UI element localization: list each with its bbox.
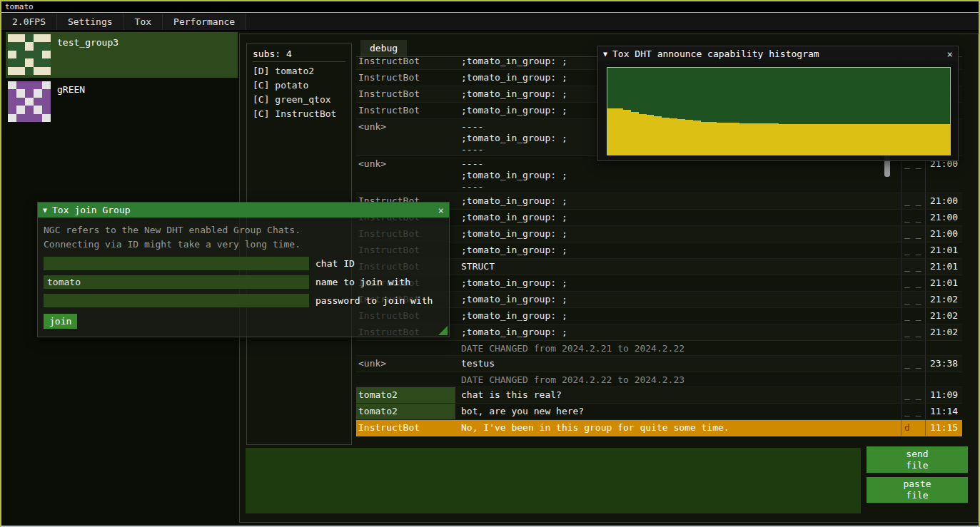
message-sender: InstructBot bbox=[356, 420, 455, 436]
message-sender bbox=[356, 372, 455, 387]
histogram-bar bbox=[872, 124, 880, 155]
histogram-bar bbox=[670, 118, 677, 155]
join-input-name-to-join-with[interactable] bbox=[44, 275, 309, 289]
date-separator-text: DATE CHANGED from 2024.2.22 to 2024.2.23 bbox=[455, 372, 901, 387]
tab-debug[interactable]: debug bbox=[360, 40, 407, 56]
message-sender: <unk> bbox=[356, 119, 455, 155]
message-text: ;tomato_in_group: ; bbox=[455, 275, 901, 291]
join-info: NGC refers to the New DHT enabled Group … bbox=[44, 223, 443, 252]
histogram-bar bbox=[919, 124, 926, 155]
message-text: bot, are you new here? bbox=[455, 404, 901, 419]
date-separator-row: DATE CHANGED from 2024.2.21 to 2024.2.22 bbox=[356, 341, 962, 356]
histogram-bar bbox=[693, 121, 701, 155]
message-input[interactable] bbox=[246, 448, 861, 513]
send-file-button[interactable]: send file bbox=[867, 446, 968, 473]
close-icon[interactable]: × bbox=[438, 205, 444, 216]
histogram-bar bbox=[739, 123, 747, 155]
message-status: _ _ bbox=[901, 226, 925, 242]
message-time: 21:02 bbox=[925, 324, 962, 340]
menu-item-settings[interactable]: Settings bbox=[57, 14, 124, 30]
histogram-bar bbox=[849, 124, 857, 155]
histogram-bar bbox=[864, 124, 872, 155]
message-status: _ _ bbox=[901, 259, 925, 275]
message-time: 11:14 bbox=[925, 404, 962, 419]
join-input-password-to-join-with[interactable] bbox=[44, 294, 309, 307]
group-item-gREEN[interactable]: gREEN bbox=[6, 79, 238, 125]
histogram-bar bbox=[701, 122, 709, 155]
join-group-titlebar[interactable]: ▼ Tox join Group × bbox=[38, 203, 449, 218]
subs-member[interactable]: [C] potato bbox=[253, 78, 345, 93]
histogram-bar bbox=[880, 124, 888, 155]
resize-grip[interactable] bbox=[438, 326, 448, 335]
histogram-bar bbox=[724, 123, 732, 155]
message-status: _ _ bbox=[901, 156, 925, 193]
message-sender: <unk> bbox=[356, 356, 455, 372]
message-text: ;tomato_in_group: ; bbox=[455, 210, 901, 225]
subs-member[interactable]: [C] green_qtox bbox=[253, 93, 345, 107]
histogram-bar bbox=[903, 124, 911, 155]
message-status: _ _ bbox=[901, 308, 925, 324]
message-row: InstructBotNo, I've been in this group f… bbox=[356, 420, 962, 436]
join-field-label: chat ID bbox=[315, 258, 355, 270]
histogram-bar bbox=[942, 124, 950, 155]
histogram-bar bbox=[817, 124, 825, 155]
message-text: ;tomato_in_group: ; bbox=[455, 242, 901, 258]
join-info-line: Connecting via ID might take a very long… bbox=[44, 237, 443, 252]
histogram-bar bbox=[841, 124, 849, 155]
message-sender: InstructBot bbox=[356, 58, 455, 69]
subs-member[interactable]: [D] tomato2 bbox=[253, 64, 345, 78]
message-row: tomato2bot, are you new here?_ _11:14 bbox=[356, 404, 962, 420]
subs-member[interactable]: [C] InstructBot bbox=[253, 107, 345, 121]
histogram-bar bbox=[888, 124, 896, 155]
message-row: <unk>---- ;tomato_in_group: ; ----_ _21:… bbox=[356, 156, 962, 193]
histogram-bar bbox=[926, 124, 934, 155]
message-text: STRUCT bbox=[455, 259, 901, 275]
menu-item-performance[interactable]: Performance bbox=[163, 14, 246, 30]
paste-file-button[interactable]: paste file bbox=[867, 477, 968, 503]
menu-item-tox[interactable]: Tox bbox=[124, 14, 163, 30]
message-status: _ _ bbox=[901, 242, 925, 258]
message-sender: InstructBot bbox=[356, 86, 455, 102]
message-sender: InstructBot bbox=[356, 103, 455, 118]
histogram-bar bbox=[662, 118, 670, 155]
join-fields: chat IDname to join withpassword to join… bbox=[44, 257, 443, 307]
message-status: _ _ bbox=[901, 356, 925, 372]
join-input-chat-ID[interactable] bbox=[44, 257, 309, 270]
group-item-test_group3[interactable]: test_group3 bbox=[6, 32, 238, 78]
collapse-arrow-icon[interactable]: ▼ bbox=[603, 48, 607, 60]
histogram-bar bbox=[896, 124, 904, 155]
histogram-bar bbox=[623, 110, 631, 155]
histogram-window-title: Tox DHT announce capability histogram bbox=[612, 48, 942, 60]
join-group-window: ▼ Tox join Group × NGC refers to the New… bbox=[37, 202, 450, 337]
message-text: No, I've been in this group for quite so… bbox=[455, 420, 901, 436]
join-button[interactable]: join bbox=[44, 314, 77, 329]
window-title: tomato bbox=[5, 2, 34, 11]
histogram-bar bbox=[763, 123, 771, 155]
histogram-bar bbox=[717, 123, 724, 155]
join-field-row: chat ID bbox=[44, 257, 443, 270]
join-field-row: name to join with bbox=[44, 275, 443, 289]
message-status: _ _ bbox=[901, 404, 925, 419]
message-sender: <unk> bbox=[356, 156, 455, 193]
message-time: 21:01 bbox=[925, 259, 962, 275]
message-text: ;tomato_in_group: ; bbox=[455, 324, 901, 340]
message-time bbox=[925, 372, 962, 387]
message-text: ;tomato_in_group: ; bbox=[455, 308, 901, 324]
join-field-label: password to join with bbox=[315, 295, 433, 307]
histogram-bar bbox=[771, 123, 779, 155]
close-icon[interactable]: × bbox=[947, 48, 953, 60]
fps-indicator: 2.0FPS bbox=[1, 14, 57, 30]
histogram-bar bbox=[647, 115, 655, 155]
histogram-bar bbox=[615, 108, 623, 155]
collapse-arrow-icon[interactable]: ▼ bbox=[43, 205, 47, 216]
message-time: 21:01 bbox=[925, 275, 962, 291]
histogram-plot bbox=[607, 67, 951, 155]
message-status: _ _ bbox=[901, 275, 925, 291]
histogram-titlebar[interactable]: ▼ Tox DHT announce capability histogram … bbox=[598, 46, 958, 61]
histogram-bar bbox=[747, 123, 755, 155]
join-field-label: name to join with bbox=[315, 277, 410, 288]
date-separator-row: DATE CHANGED from 2024.2.22 to 2024.2.23 bbox=[356, 372, 962, 387]
group-name: gREEN bbox=[57, 84, 85, 123]
message-sender: tomato2 bbox=[356, 404, 455, 419]
histogram-bar bbox=[732, 123, 740, 155]
